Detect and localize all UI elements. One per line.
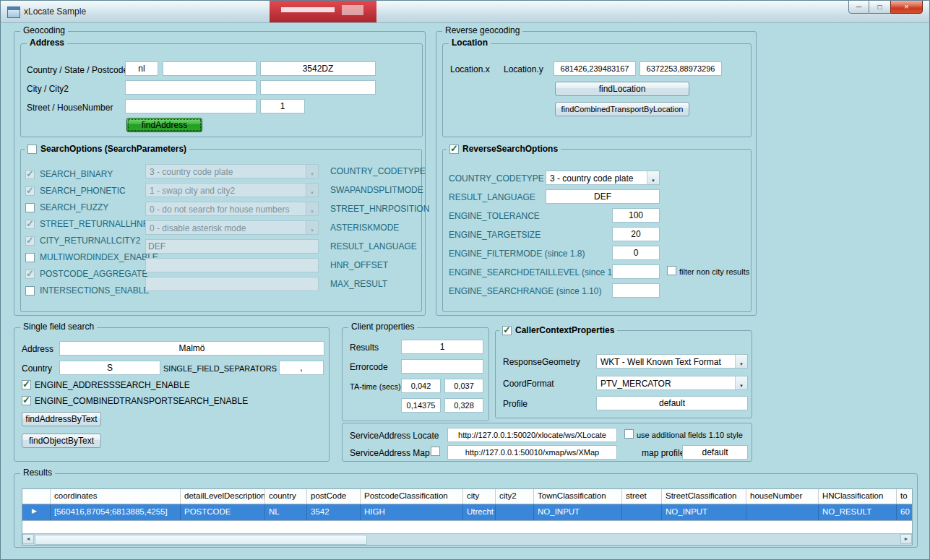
titlebar[interactable]: xLocate Sample ─ □ × bbox=[1, 1, 929, 23]
engine-addresssearch-label[interactable]: ENGINE_ADDRESSSEARCH_ENABLE bbox=[35, 380, 190, 390]
engine-searchdetaillevel-input[interactable] bbox=[612, 264, 660, 279]
ta-time-2-input[interactable] bbox=[444, 379, 483, 393]
find-address-by-text-button[interactable]: findAddressByText bbox=[22, 412, 101, 426]
search-phonetic-checkbox[interactable] bbox=[25, 186, 35, 196]
app-icon bbox=[7, 7, 20, 18]
multiwordindex-enable-checkbox[interactable] bbox=[25, 253, 35, 262]
errorcode-input[interactable] bbox=[401, 359, 483, 374]
intersections-enable-checkbox[interactable] bbox=[25, 286, 35, 296]
ta-time-1-input[interactable] bbox=[401, 379, 441, 393]
response-geometry-select[interactable]: WKT - Well Known Text Format ▼ bbox=[596, 354, 748, 369]
scroll-right-button[interactable]: ► bbox=[900, 534, 912, 544]
col-header-postcode[interactable]: postCode bbox=[307, 489, 361, 504]
service-map-input[interactable] bbox=[447, 445, 617, 460]
find-combined-transport-button[interactable]: findCombinedTransportByLocation bbox=[555, 102, 689, 116]
additional-fields-checkbox[interactable] bbox=[624, 429, 634, 439]
minimize-button[interactable]: ─ bbox=[848, 1, 869, 14]
result-language-label: RESULT_LANGUAGE bbox=[330, 241, 417, 251]
ta-time-3-input[interactable] bbox=[401, 398, 441, 413]
state-input[interactable] bbox=[163, 61, 257, 76]
coord-format-select[interactable]: PTV_MERCATOR ▼ bbox=[596, 376, 748, 390]
additional-fields-label[interactable]: use additional fields 1.10 style bbox=[637, 431, 743, 439]
map-profile-input[interactable] bbox=[682, 445, 748, 460]
result-language-input[interactable] bbox=[145, 239, 319, 254]
engine-combinedtransport-checkbox[interactable] bbox=[22, 396, 31, 405]
col-header-streetclass[interactable]: StreetClassification bbox=[662, 489, 746, 504]
location-x-input[interactable] bbox=[554, 61, 636, 76]
col-header-to[interactable]: to bbox=[897, 489, 913, 504]
chevron-down-icon: ▼ bbox=[647, 171, 659, 184]
intersections-enable-label[interactable]: INTERSECTIONS_ENABLE bbox=[40, 285, 149, 296]
search-phonetic-label[interactable]: SEARCH_PHONETIC bbox=[40, 186, 126, 196]
search-options-checkbox[interactable] bbox=[27, 145, 37, 154]
find-object-by-text-button[interactable]: findObjectByText bbox=[22, 434, 101, 448]
engine-targetsize-input[interactable] bbox=[612, 227, 660, 241]
city-returnallcity2-label[interactable]: CITY_RETURNALLCITY2 bbox=[40, 236, 140, 246]
search-fuzzy-checkbox[interactable] bbox=[25, 203, 35, 212]
col-header-street[interactable]: street bbox=[622, 489, 662, 504]
col-header-country[interactable]: country bbox=[265, 489, 307, 504]
service-locate-input[interactable] bbox=[447, 428, 617, 442]
col-header-townclass[interactable]: TownClassification bbox=[534, 489, 622, 504]
scroll-left-button[interactable]: ◄ bbox=[22, 534, 34, 544]
max-result-input[interactable] bbox=[145, 277, 319, 291]
engine-addresssearch-checkbox[interactable] bbox=[22, 380, 31, 389]
filter-non-city-checkbox[interactable] bbox=[667, 266, 676, 275]
street-hnrposition-select[interactable]: 0 - do not search for house numbers ▼ bbox=[145, 202, 319, 216]
country-input[interactable] bbox=[125, 61, 158, 76]
col-header-city[interactable]: city bbox=[463, 489, 496, 504]
postcode-input[interactable] bbox=[260, 61, 376, 76]
postcode-aggregate-checkbox[interactable] bbox=[25, 270, 35, 279]
service-map-checkbox[interactable] bbox=[431, 447, 440, 456]
ta-time-4-input[interactable] bbox=[444, 398, 483, 413]
rev-country-codetype-select[interactable]: 3 - country code plate ▼ bbox=[546, 171, 660, 185]
street-returnallhnr-label[interactable]: STREET_RETURNALLHNR bbox=[40, 219, 149, 229]
caller-context-checkbox[interactable] bbox=[502, 326, 512, 335]
country-codetype-select[interactable]: 3 - country code plate ▼ bbox=[145, 164, 319, 178]
find-location-button[interactable]: findLocation bbox=[555, 82, 689, 96]
postcode-aggregate-label[interactable]: POSTCODE_AGGREGATE bbox=[40, 269, 147, 279]
col-header-detaillevel[interactable]: detailLevelDescription bbox=[181, 489, 265, 504]
separators-input[interactable] bbox=[279, 361, 324, 375]
sfs-address-input[interactable] bbox=[59, 341, 324, 356]
search-binary-label[interactable]: SEARCH_BINARY bbox=[40, 169, 113, 179]
cell-streetclass: NO_INPUT bbox=[662, 504, 746, 520]
filter-non-city-label[interactable]: filter non city results bbox=[679, 267, 749, 276]
city-returnallcity2-checkbox[interactable] bbox=[25, 236, 35, 246]
results-row[interactable]: ▶ [560416,87054;6813885,4255] POSTCODE N… bbox=[22, 504, 912, 521]
location-y-input[interactable] bbox=[640, 61, 722, 76]
engine-searchrange-input[interactable] bbox=[612, 283, 660, 298]
col-header-postcodeclass[interactable]: PostcodeClassification bbox=[361, 489, 463, 504]
col-header-coordinates[interactable]: coordinates bbox=[51, 489, 181, 504]
swapandsplitmode-select[interactable]: 1 - swap city and city2 ▼ bbox=[145, 183, 319, 197]
engine-combinedtransport-label[interactable]: ENGINE_COMBINEDTRANSPORTSEARCH_ENABLE bbox=[35, 396, 248, 406]
maximize-button[interactable]: □ bbox=[869, 1, 890, 14]
housenumber-input[interactable] bbox=[260, 99, 305, 113]
hnr-offset-input[interactable] bbox=[145, 258, 319, 272]
row-selector-cell[interactable]: ▶ bbox=[22, 504, 51, 520]
col-header-housenumber[interactable]: houseNumber bbox=[746, 489, 819, 504]
city2-input[interactable] bbox=[260, 80, 376, 95]
results-header-row: coordinates detailLevelDescription count… bbox=[22, 489, 912, 504]
find-address-button[interactable]: findAddress bbox=[126, 118, 202, 132]
results-count-input[interactable] bbox=[401, 340, 483, 354]
engine-tolerance-input[interactable] bbox=[612, 208, 660, 223]
close-button[interactable]: × bbox=[890, 1, 923, 14]
cell-country: NL bbox=[265, 504, 307, 520]
street-input[interactable] bbox=[125, 99, 257, 113]
engine-filtermode-input[interactable] bbox=[612, 246, 660, 260]
search-fuzzy-label[interactable]: SEARCH_FUZZY bbox=[40, 202, 108, 212]
profile-input[interactable] bbox=[596, 396, 748, 410]
scrollbar-thumb[interactable] bbox=[35, 535, 367, 545]
rev-result-language-input[interactable] bbox=[546, 189, 660, 204]
city-input[interactable] bbox=[125, 80, 257, 95]
reverse-search-options-checkbox[interactable] bbox=[449, 145, 459, 154]
multiwordindex-enable-label[interactable]: MULTIWORDINDEX_ENABLE bbox=[40, 252, 158, 262]
col-header-hnclass[interactable]: HNClassification bbox=[819, 489, 897, 504]
street-returnallhnr-checkbox[interactable] bbox=[25, 220, 35, 229]
horizontal-scrollbar[interactable]: ◄ ► bbox=[22, 533, 912, 545]
sfs-country-input[interactable] bbox=[59, 361, 160, 375]
col-header-city2[interactable]: city2 bbox=[496, 489, 534, 504]
search-binary-checkbox[interactable] bbox=[25, 170, 35, 179]
asteriskmode-select[interactable]: 0 - disable asterisk mode ▼ bbox=[145, 220, 319, 235]
